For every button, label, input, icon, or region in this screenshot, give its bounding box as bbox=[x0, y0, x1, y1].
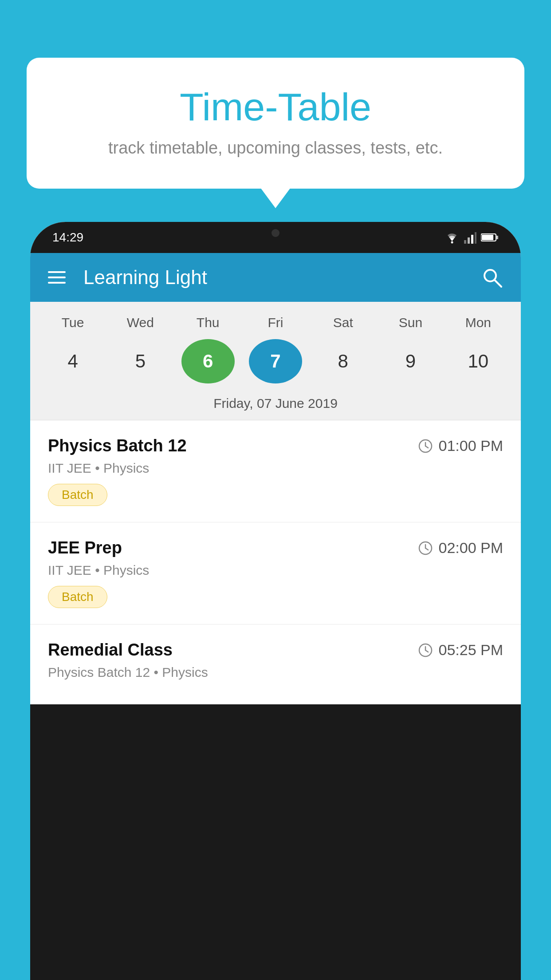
clock-icon-2 bbox=[418, 643, 433, 658]
svg-line-15 bbox=[425, 548, 428, 550]
batch-tag-0: Batch bbox=[48, 484, 107, 506]
clock-icon-0 bbox=[418, 439, 433, 454]
day-name-wed: Wed bbox=[114, 315, 167, 330]
schedule-subtitle-2: Physics Batch 12 • Physics bbox=[48, 665, 503, 680]
day-number-9[interactable]: 9 bbox=[384, 339, 437, 383]
schedule-subtitle-1: IIT JEE • Physics bbox=[48, 563, 503, 578]
day-name-sun: Sun bbox=[384, 315, 437, 330]
hamburger-menu-button[interactable] bbox=[48, 271, 66, 284]
svg-point-0 bbox=[451, 241, 453, 244]
day-name-sat: Sat bbox=[316, 315, 370, 330]
tooltip-subtitle: track timetable, upcoming classes, tests… bbox=[62, 138, 489, 158]
svg-rect-3 bbox=[471, 235, 473, 244]
battery-icon bbox=[481, 233, 499, 242]
notch bbox=[249, 222, 302, 244]
phone-container: 14:29 bbox=[30, 222, 521, 980]
day-number-7[interactable]: 7 bbox=[249, 339, 302, 383]
tooltip-card: Time-Table track timetable, upcoming cla… bbox=[27, 58, 524, 189]
status-bar: 14:29 bbox=[30, 222, 521, 253]
days-numbers: 45678910 bbox=[30, 335, 521, 392]
clock-icon-1 bbox=[418, 541, 433, 556]
status-time: 14:29 bbox=[52, 230, 83, 245]
day-name-thu: Thu bbox=[181, 315, 235, 330]
schedule-item-1[interactable]: JEE Prep02:00 PMIIT JEE • PhysicsBatch bbox=[30, 522, 521, 624]
day-number-6[interactable]: 6 bbox=[181, 339, 235, 383]
status-icons bbox=[445, 231, 499, 244]
svg-line-12 bbox=[425, 446, 428, 448]
days-header: TueWedThuFriSatSunMon bbox=[30, 311, 521, 335]
search-icon[interactable] bbox=[481, 266, 503, 288]
day-number-8[interactable]: 8 bbox=[316, 339, 370, 383]
app-title: Learning Light bbox=[83, 266, 463, 288]
schedule-title-0: Physics Batch 12 bbox=[48, 436, 187, 455]
schedule-time-0: 01:00 PM bbox=[438, 437, 503, 454]
day-number-4[interactable]: 4 bbox=[46, 339, 99, 383]
schedule-time-1: 02:00 PM bbox=[438, 539, 503, 557]
tooltip-title: Time-Table bbox=[62, 84, 489, 130]
svg-line-18 bbox=[425, 650, 428, 652]
schedule-title-1: JEE Prep bbox=[48, 538, 122, 557]
schedule-title-2: Remedial Class bbox=[48, 640, 173, 660]
day-name-mon: Mon bbox=[452, 315, 505, 330]
svg-rect-4 bbox=[475, 232, 476, 244]
day-number-5[interactable]: 5 bbox=[114, 339, 167, 383]
schedule-item-0[interactable]: Physics Batch 1201:00 PMIIT JEE • Physic… bbox=[30, 420, 521, 522]
svg-rect-1 bbox=[464, 240, 466, 244]
signal-icon bbox=[464, 231, 476, 244]
svg-rect-6 bbox=[482, 235, 493, 240]
svg-rect-7 bbox=[496, 236, 498, 239]
day-name-fri: Fri bbox=[249, 315, 302, 330]
wifi-icon bbox=[445, 231, 460, 244]
day-number-10[interactable]: 10 bbox=[452, 339, 505, 383]
schedule-list: Physics Batch 1201:00 PMIIT JEE • Physic… bbox=[30, 420, 521, 704]
schedule-item-2[interactable]: Remedial Class05:25 PMPhysics Batch 12 •… bbox=[30, 624, 521, 704]
selected-date-label: Friday, 07 June 2019 bbox=[30, 392, 521, 420]
svg-rect-2 bbox=[468, 237, 470, 244]
phone-screen: 14:29 bbox=[30, 222, 521, 704]
svg-line-9 bbox=[495, 280, 501, 287]
schedule-time-2: 05:25 PM bbox=[438, 641, 503, 659]
camera-dot bbox=[272, 229, 279, 237]
calendar-strip: TueWedThuFriSatSunMon 45678910 Friday, 0… bbox=[30, 302, 521, 420]
schedule-subtitle-0: IIT JEE • Physics bbox=[48, 461, 503, 476]
app-bar: Learning Light bbox=[30, 253, 521, 302]
batch-tag-1: Batch bbox=[48, 586, 107, 608]
day-name-tue: Tue bbox=[46, 315, 99, 330]
